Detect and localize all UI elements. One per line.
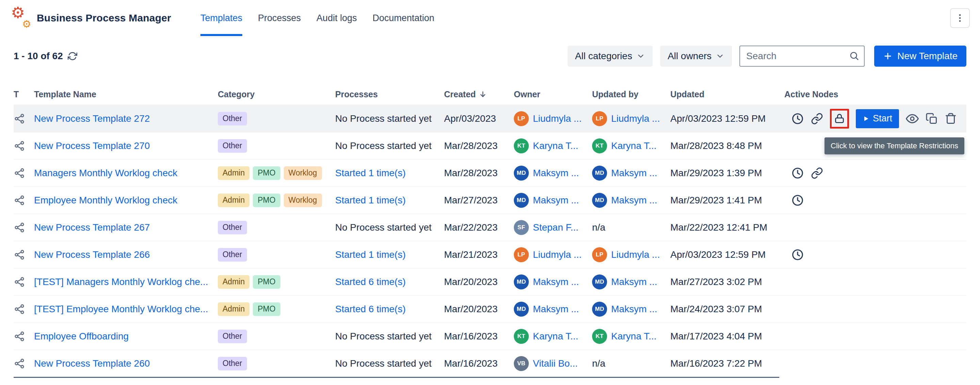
avatar: MD <box>592 166 607 181</box>
processes-cell: Started 1 time(s) <box>335 195 444 206</box>
active-node-clock-icon[interactable] <box>791 112 804 125</box>
user-link[interactable]: Liudmyla ... <box>611 249 660 260</box>
active-node-clock-icon[interactable] <box>791 166 804 179</box>
avatar: MD <box>514 302 529 317</box>
active-nodes-cell: Start <box>784 109 966 128</box>
active-nodes-cell <box>784 194 966 207</box>
delete-template-trash-icon[interactable] <box>945 112 957 125</box>
template-name-cell: New Process Template 260 <box>34 358 218 369</box>
avatar: KT <box>514 138 529 154</box>
search-input[interactable] <box>740 46 865 67</box>
user-link[interactable]: Liudmyla ... <box>533 113 582 124</box>
new-template-button[interactable]: New Template <box>874 46 966 67</box>
view-template-eye-icon[interactable] <box>906 112 919 125</box>
categories-filter-dropdown[interactable]: All categories <box>568 46 653 67</box>
column-header-template-name[interactable]: Template Name <box>34 89 218 99</box>
tab-audit-logs[interactable]: Audit logs <box>317 0 357 36</box>
refresh-button[interactable] <box>68 51 77 61</box>
restrictions-tooltip: Click to view the Template Restrictions <box>824 138 964 154</box>
user-link[interactable]: Maksym ... <box>533 195 579 206</box>
user-link[interactable]: Karyna T... <box>611 331 656 342</box>
avatar: LP <box>514 247 529 262</box>
column-header-updated[interactable]: Updated <box>670 89 784 99</box>
user-link[interactable]: Maksym ... <box>533 277 579 287</box>
active-node-clock-icon[interactable] <box>791 248 804 261</box>
processes-link[interactable]: Started 1 time(s) <box>335 168 406 179</box>
table-body: New Process Template 272OtherNo Process … <box>14 105 966 377</box>
user-link[interactable]: Maksym ... <box>611 304 657 315</box>
column-header-processes[interactable]: Processes <box>335 89 444 99</box>
app-header: ⚙ ⚙ Business Process Manager Templates P… <box>0 0 980 36</box>
processes-link[interactable]: Started 6 time(s) <box>335 277 406 287</box>
template-name-link[interactable]: Managers Monthly Worklog check <box>34 168 177 179</box>
column-header-owner[interactable]: Owner <box>514 89 592 99</box>
search-box <box>740 46 865 67</box>
avatar: VB <box>514 356 529 371</box>
column-header-active-nodes[interactable]: Active Nodes <box>784 89 966 99</box>
avatar: KT <box>514 329 529 344</box>
user-link[interactable]: Liudmyla ... <box>533 249 582 260</box>
user-link[interactable]: Maksym ... <box>533 168 579 179</box>
templates-table: T Template Name Category Processes Creat… <box>0 84 980 378</box>
gear-icon-small: ⚙ <box>22 19 31 29</box>
processes-text: No Process started yet <box>335 358 431 369</box>
column-header-category[interactable]: Category <box>218 89 335 99</box>
template-name-link[interactable]: New Process Template 272 <box>34 113 150 124</box>
tab-processes[interactable]: Processes <box>258 0 301 36</box>
processes-cell: Started 6 time(s) <box>335 304 444 315</box>
template-name-link[interactable]: New Process Template 260 <box>34 358 150 369</box>
owner-cell: SFStepan F... <box>514 220 592 235</box>
owners-filter-dropdown[interactable]: All owners <box>660 46 732 67</box>
template-name-link[interactable]: New Process Template 270 <box>34 141 150 151</box>
template-name-link[interactable]: Employee Offboarding <box>34 331 129 342</box>
updated_by-na-text: n/a <box>592 358 605 369</box>
template-name-link[interactable]: New Process Template 266 <box>34 249 150 260</box>
updated-cell: Apr/03/2023 12:59 PM <box>670 113 784 124</box>
processes-link[interactable]: Started 6 time(s) <box>335 304 406 315</box>
template-type-workflow-icon <box>14 140 34 152</box>
user-link[interactable]: Maksym ... <box>611 168 657 179</box>
table-header: T Template Name Category Processes Creat… <box>14 84 966 105</box>
template-name-link[interactable]: [TEST] Employee Monthly Worklog che... <box>34 304 208 315</box>
owner-cell: LPLiudmyla ... <box>514 247 592 262</box>
category-cell: Other <box>218 248 335 261</box>
user-link[interactable]: Stepan F... <box>533 222 579 233</box>
template-restrictions-lock-icon[interactable] <box>830 109 849 128</box>
active-node-clock-icon[interactable] <box>791 194 804 207</box>
category-badge: Other <box>218 221 247 234</box>
copy-template-icon[interactable] <box>926 112 938 125</box>
chevron-down-icon <box>716 52 724 60</box>
user-link[interactable]: Karyna T... <box>611 141 656 151</box>
created-cell: Mar/16/2023 <box>444 358 514 369</box>
user-link[interactable]: Maksym ... <box>611 277 657 287</box>
category-badge: Other <box>218 112 247 125</box>
user-link[interactable]: Karyna T... <box>533 331 578 342</box>
template-name-link[interactable]: Employee Monthly Worklog check <box>34 195 177 206</box>
processes-link[interactable]: Started 1 time(s) <box>335 249 406 260</box>
user-link[interactable]: Karyna T... <box>533 141 578 151</box>
template-name-link[interactable]: [TEST] Managers Monthly Worklog che... <box>34 277 208 287</box>
column-header-updated-by[interactable]: Updated by <box>592 89 670 99</box>
processes-link[interactable]: Started 1 time(s) <box>335 195 406 206</box>
updated-by-cell: MDMaksym ... <box>592 302 670 317</box>
tab-documentation[interactable]: Documentation <box>372 0 434 36</box>
column-header-type[interactable]: T <box>14 89 34 99</box>
tab-templates[interactable]: Templates <box>200 0 242 36</box>
template-name-cell: Employee Offboarding <box>34 331 218 342</box>
pagination: 1 - 10 of 62 <box>14 51 77 62</box>
user-link[interactable]: Liudmyla ... <box>611 113 660 124</box>
user-link[interactable]: Maksym ... <box>611 195 657 206</box>
template-name-link[interactable]: New Process Template 267 <box>34 222 150 233</box>
more-menu-button[interactable] <box>950 8 970 28</box>
user-link[interactable]: Maksym ... <box>533 304 579 315</box>
updated-cell: Mar/29/2023 1:39 PM <box>670 168 784 179</box>
column-header-created[interactable]: Created <box>444 89 514 99</box>
start-button[interactable]: Start <box>856 109 899 128</box>
active-node-link-icon[interactable] <box>811 167 823 179</box>
avatar: SF <box>514 220 529 235</box>
active-node-link-icon[interactable] <box>811 112 823 125</box>
table-row: [TEST] Employee Monthly Worklog che...Ad… <box>14 295 966 322</box>
template-type-workflow-icon <box>14 195 34 206</box>
created-cell: Mar/20/2023 <box>444 277 514 287</box>
user-link[interactable]: Vitalii Bo... <box>533 358 578 369</box>
